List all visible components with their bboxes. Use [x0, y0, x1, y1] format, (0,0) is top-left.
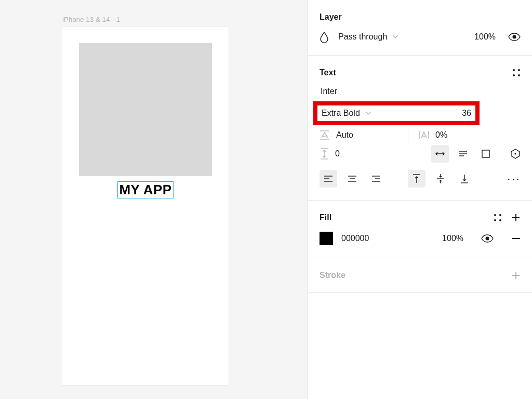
- text-align-center-button[interactable]: [343, 170, 361, 188]
- section-stroke: Stroke: [308, 258, 532, 293]
- section-fill: Fill 000000 100%: [308, 201, 532, 258]
- opacity-input[interactable]: 100%: [474, 32, 496, 42]
- text-align-top-button[interactable]: [408, 170, 425, 188]
- visibility-toggle-icon[interactable]: [508, 33, 521, 41]
- frame-label[interactable]: iPhone 13 & 14 - 1: [62, 16, 229, 23]
- fixed-size-button[interactable]: [477, 145, 495, 163]
- auto-width-button[interactable]: [431, 145, 449, 163]
- paragraph-spacing-field[interactable]: 0: [320, 148, 397, 159]
- stroke-section-title: Stroke: [320, 271, 345, 280]
- auto-height-button[interactable]: [454, 145, 472, 163]
- letter-spacing-field[interactable]: 0%: [419, 130, 497, 140]
- svg-rect-14: [482, 150, 489, 157]
- frame[interactable]: iPhone 13 & 14 - 1 MY APP: [62, 16, 229, 385]
- font-weight-value: Extra Bold: [322, 109, 360, 118]
- svg-point-30: [499, 214, 501, 216]
- svg-point-3: [513, 74, 515, 76]
- font-size-input[interactable]: 36: [462, 109, 471, 118]
- canvas-area[interactable]: iPhone 13 & 14 - 1 MY APP: [0, 0, 308, 399]
- add-stroke-button[interactable]: [511, 271, 521, 280]
- line-height-field[interactable]: Auto: [320, 130, 397, 140]
- inspector-panel: Layer Pass through 100% Text: [308, 0, 532, 399]
- section-layer: Layer Pass through 100%: [308, 0, 532, 56]
- font-weight-select[interactable]: Extra Bold: [322, 109, 371, 118]
- section-text: Text Inter Extra Bold 36 Auto: [308, 56, 532, 201]
- svg-point-2: [518, 69, 520, 71]
- text-align-right-button[interactable]: [367, 170, 385, 188]
- text-align-middle-button[interactable]: [432, 170, 449, 188]
- annotation-highlight: Extra Bold 36: [313, 101, 480, 125]
- svg-point-1: [513, 69, 515, 71]
- line-height-value: Auto: [336, 130, 353, 140]
- font-family-select[interactable]: Inter: [321, 87, 521, 96]
- blend-mode-icon: [320, 31, 329, 43]
- text-more-options-button[interactable]: ···: [507, 171, 521, 186]
- fill-opacity-input[interactable]: 100%: [442, 234, 463, 243]
- paragraph-spacing-value: 0: [335, 149, 340, 158]
- remove-fill-button[interactable]: [511, 237, 521, 240]
- svg-point-16: [514, 153, 516, 154]
- letter-spacing-value: 0%: [435, 130, 447, 140]
- blend-mode-select[interactable]: Pass through: [338, 32, 398, 42]
- svg-point-0: [513, 35, 516, 39]
- image-placeholder[interactable]: [79, 43, 212, 176]
- device-frame[interactable]: MY APP: [62, 26, 229, 385]
- svg-point-31: [494, 219, 496, 221]
- blend-mode-value: Pass through: [338, 32, 387, 42]
- fill-section-title: Fill: [320, 213, 331, 222]
- fill-visibility-toggle[interactable]: [481, 234, 494, 243]
- text-element-selected[interactable]: MY APP: [117, 181, 173, 198]
- text-align-bottom-button[interactable]: [456, 170, 473, 188]
- type-settings-icon[interactable]: [510, 149, 521, 159]
- text-styles-icon[interactable]: [512, 69, 521, 77]
- fill-hex-input[interactable]: 000000: [341, 234, 369, 243]
- text-align-left-button[interactable]: [320, 170, 337, 188]
- svg-point-4: [518, 74, 520, 76]
- svg-point-29: [494, 214, 496, 216]
- text-section-title: Text: [320, 68, 336, 77]
- svg-point-32: [499, 219, 501, 221]
- fill-styles-icon[interactable]: [494, 214, 502, 222]
- add-fill-button[interactable]: [511, 213, 521, 222]
- svg-point-35: [486, 237, 489, 241]
- layer-section-title: Layer: [320, 12, 342, 22]
- fill-color-swatch[interactable]: [320, 232, 333, 245]
